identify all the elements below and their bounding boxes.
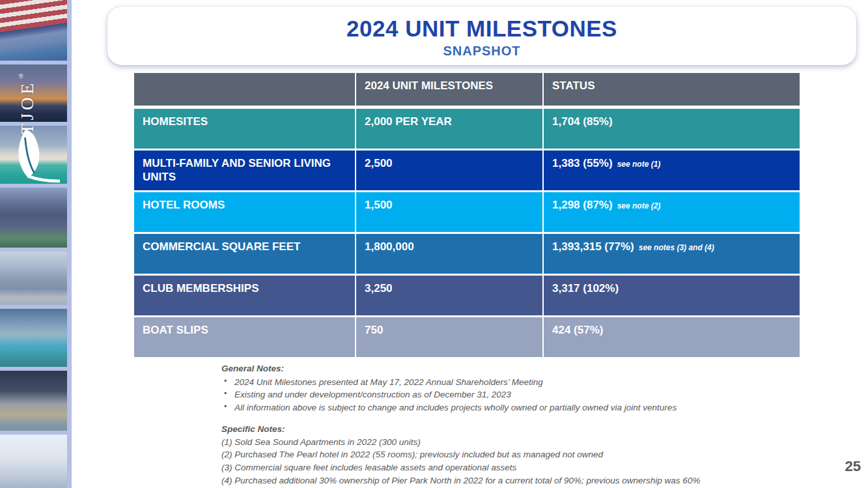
table-row-multifamily: MULTI-FAMILY AND SENIOR LIVING UNITS 2,5… — [134, 151, 800, 190]
page-number: 25 — [845, 458, 861, 475]
row-status: 424 (57%) — [544, 317, 800, 357]
general-note-item: 2024 Unit Milestones presented at May 17… — [224, 376, 794, 389]
row-category: HOMESITES — [134, 109, 356, 149]
row-category: HOTEL ROOMS — [134, 192, 356, 232]
photo-interior-living-room — [0, 435, 67, 488]
table-row-hotel-rooms: HOTEL ROOMS 1,500 1,298 (87%)see note (2… — [134, 192, 800, 232]
notes-section: General Notes: 2024 Unit Milestones pres… — [221, 362, 794, 487]
page-subtitle: SNAPSHOT — [107, 44, 856, 59]
photo-sidebar: STJOE® — [0, 0, 72, 488]
row-status: 1,383 (55%)see note (1) — [544, 151, 800, 190]
photo-balcony-lounge — [0, 371, 67, 431]
presentation-slide: STJOE® 2024 UNIT MILESTONES SNAPSHOT 202… — [0, 0, 868, 488]
registered-trademark: ® — [17, 72, 25, 80]
general-note-item: All information above is subject to chan… — [224, 401, 794, 414]
table-row-boat-slips: BOAT SLIPS 750 424 (57%) — [134, 317, 800, 357]
status-note: see note (2) — [617, 201, 661, 210]
photo-american-flag-resort — [0, 0, 67, 61]
header-status: STATUS — [544, 73, 800, 106]
row-status: 1,704 (85%) — [544, 109, 800, 149]
specific-note-item: (3) Commercial square feet includes leas… — [221, 461, 794, 474]
row-status: 1,298 (87%)see note (2) — [544, 192, 800, 232]
row-milestone: 2,500 — [356, 151, 544, 190]
row-category: CLUB MEMBERSHIPS — [134, 276, 356, 315]
row-milestone: 3,250 — [356, 276, 544, 315]
row-category: COMMERCIAL SQUARE FEET — [134, 234, 356, 274]
specific-notes-title: Specific Notes: — [221, 423, 794, 436]
page-title: 2024 UNIT MILESTONES — [107, 16, 856, 42]
photo-pergola-terrace — [0, 251, 67, 305]
table-row-commercial-sqft: COMMERCIAL SQUARE FEET 1,800,000 1,393,3… — [134, 234, 800, 274]
status-note: see notes (3) and (4) — [639, 243, 714, 252]
table-row-club-memberships: CLUB MEMBERSHIPS 3,250 3,317 (102%) — [134, 276, 800, 315]
photo-aerial-resort-pool — [0, 309, 67, 367]
general-notes-title: General Notes: — [221, 362, 794, 375]
photo-pearl-hotel-building — [0, 188, 67, 248]
specific-note-item: (1) Sold Sea Sound Apartments in 2022 (3… — [221, 436, 794, 449]
general-note-item: Existing and under development/construct… — [224, 388, 794, 401]
row-milestone: 750 — [356, 317, 544, 357]
row-milestone: 2,000 PER YEAR — [356, 109, 544, 149]
table-header-row: 2024 UNIT MILESTONES STATUS — [134, 73, 800, 106]
stjoe-leaf-icon — [7, 125, 60, 193]
status-note: see note (1) — [617, 160, 661, 169]
row-milestone: 1,800,000 — [356, 234, 544, 274]
header-category — [134, 73, 356, 106]
row-category: BOAT SLIPS — [134, 317, 356, 357]
specific-notes-block: Specific Notes: (1) Sold Sea Sound Apart… — [221, 423, 794, 487]
specific-note-item: (4) Purchased additional 30% ownership o… — [221, 474, 794, 487]
row-category: MULTI-FAMILY AND SENIOR LIVING UNITS — [134, 151, 356, 190]
row-milestone: 1,500 — [356, 192, 544, 232]
table-row-homesites: HOMESITES 2,000 PER YEAR 1,704 (85%) — [134, 109, 800, 149]
row-status: 3,317 (102%) — [544, 276, 800, 315]
row-status: 1,393,315 (77%)see notes (3) and (4) — [544, 234, 800, 274]
milestones-table: 2024 UNIT MILESTONES STATUS HOMESITES 2,… — [134, 73, 800, 359]
header-milestone: 2024 UNIT MILESTONES — [356, 73, 544, 106]
title-card: 2024 UNIT MILESTONES SNAPSHOT — [107, 7, 856, 65]
specific-note-item: (2) Purchased The Pearl hotel in 2022 (5… — [221, 448, 794, 461]
general-notes-list: 2024 Unit Milestones presented at May 17… — [224, 376, 794, 414]
